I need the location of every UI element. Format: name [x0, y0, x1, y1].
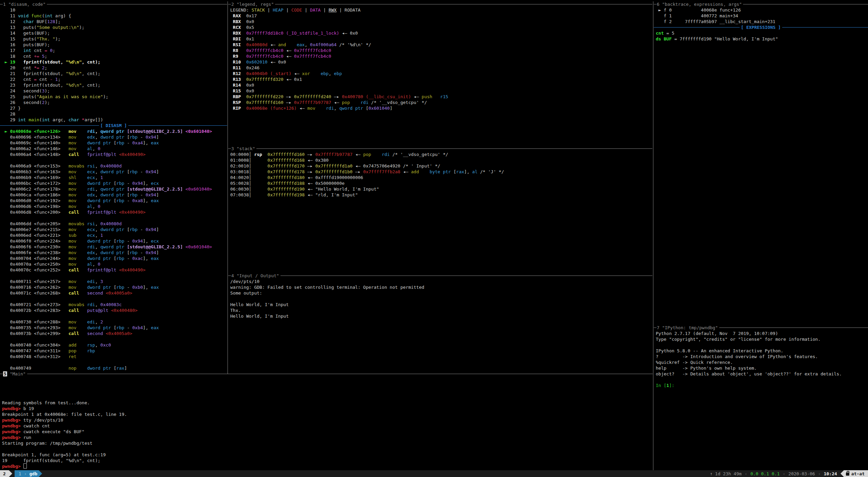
terminal-line: 27 }	[2, 105, 227, 111]
terminal-line: ds BUF = 7fffffffd190 "Hello World, I'm …	[656, 36, 868, 42]
terminal-line: Starting program: /tmp/pwndbg/test	[2, 440, 653, 446]
terminal-line: 0x40070a <func+250> mov al, 0	[2, 261, 227, 267]
pane-title-label: 3 "stack"	[231, 146, 256, 152]
terminal-line: pwndbg>	[2, 463, 653, 469]
chevron-right-icon: ›	[24, 471, 27, 477]
terminal-line: 0x400747 <func+311> pop rbp	[2, 348, 227, 354]
terminal-line: /dev/pts/10	[230, 279, 652, 284]
terminal-line: 12 char BUF[128];	[2, 19, 227, 24]
terminal-line: 0x4006b3 <func+163> mov ecx, dword ptr […	[2, 169, 227, 175]
terminal-line: RAX 0x17	[230, 13, 652, 19]
terminal-line: R14 0x0	[230, 82, 652, 88]
pane-border-vertical-2[interactable]	[653, 1, 653, 470]
terminal-line: RDI 0x1	[230, 36, 652, 42]
terminal-line: 0x4006d6 <func+198> mov al, 0	[2, 204, 227, 209]
terminal-line: 0x400711 <func+257> mov edi, 3	[2, 279, 227, 284]
terminal-line: 0x40072b <func+283> call puts@plt <0x400…	[2, 307, 227, 313]
terminal-line: 0x4006b9 <func+169> shl ecx, 1	[2, 175, 227, 180]
lock-icon	[846, 473, 849, 476]
terminal-screen: 1 "disasm, code" 10 11 void func(int arg…	[0, 0, 868, 477]
terminal-line: 0x4006bc <func+172> mov dword ptr [rbp -…	[2, 180, 227, 186]
terminal-line: 21 fprintf(stdout, "%d\n", cnt);	[2, 71, 227, 76]
terminal-line: 01:0008│ 0x7fffffffd168 ◂— 0x380	[230, 157, 652, 163]
terminal-line: 0x4006a2 <func+146> mov al, 0	[2, 146, 227, 152]
terminal-line: 0x4006a4 <func+148> call fprintf@plt <0x…	[2, 152, 227, 157]
terminal-line: Type "copyright", "credits" or "license"…	[656, 336, 868, 342]
terminal-line: RSP 0x7fffffffd160 —▸ 0x7ffff7b97787 ◂— …	[230, 100, 652, 105]
terminal-line: RBP 0x7fffffffd220 —▸ 0x7fffffffd240 —▸ …	[230, 94, 652, 100]
terminal-line: f 1 400772 main+34	[656, 13, 868, 19]
terminal-line: 04:0020│ 0x7fffffffd180 ◂— 0xffffd190000…	[230, 175, 652, 180]
terminal-line: pwndbg> cwatch cnt	[2, 423, 653, 429]
terminal-line: Hello World, I'm Input	[230, 302, 652, 307]
terminal-line: 10	[2, 7, 227, 13]
uptime-arrow-icon: ↑	[710, 471, 713, 477]
chevron-left-icon: ‹	[783, 471, 785, 477]
pane-title-input-output: 4 "Input / Output"	[228, 273, 652, 279]
clock-value: 10:24	[824, 471, 837, 477]
terminal-line: 15 puts("Thx. ");	[2, 36, 227, 42]
section-divider: [ DISASM ]	[0, 123, 227, 128]
pane-title-legend-regs: 2 "legend, regs"	[228, 1, 652, 7]
pane-title-label: 1 "disasm, code"	[3, 1, 47, 7]
terminal-line: In [1]:	[656, 383, 868, 388]
terminal-line: 28	[2, 111, 227, 117]
session-number: 2	[3, 471, 6, 477]
terminal-line: 0x4006ed <func+221> sub ecx, 1	[2, 232, 227, 238]
terminal-line: 03:0018│ 0x7fffffffd178 —▸ 0x7fffffffd1b…	[230, 169, 652, 175]
terminal-line: 16 puts(BUF);	[2, 42, 227, 48]
terminal-line: 0x400704 <func+244> mov dword ptr [rbp -…	[2, 255, 227, 261]
terminal-line: R8 0x7ffff7fcb4c0 ◂— 0x7ffff7fcb4c0	[230, 48, 652, 53]
terminal-line: 0x4006c2 <func+178> mov rdi, qword ptr […	[2, 186, 227, 192]
terminal-line: 17 int cnt = 0;	[2, 48, 227, 53]
terminal-line: f 2 7ffff7a05b97 __libc_start_main+231	[656, 19, 868, 24]
pane-title-label: 6 "backtrace, expressions, args"	[656, 1, 743, 7]
terminal-line: help -> Python's own help system.	[656, 365, 868, 371]
terminal-line: 0x400721 <func+273> movabs rdi, 0x40083c	[2, 302, 227, 307]
terminal-line: R9 0x7ffff7fcb4c0 ◂— 0x7ffff7fcb4c0	[230, 53, 652, 59]
pane-border-line	[228, 276, 652, 276]
terminal-line: 07:0038│ 0x7fffffffd198 ◂— "rld, I'm Inp…	[230, 192, 652, 198]
terminal-line: 23 fprintf(stdout, "%d\n", cnt);	[2, 82, 227, 88]
tmux-window-item-gdb[interactable]: 1 › gdb	[15, 470, 39, 477]
terminal-line: 26 second(2);	[2, 100, 227, 105]
terminal-line: cnt = 5	[656, 30, 868, 36]
terminal-line: 0x4006f6 <func+230> mov rdi, qword ptr […	[2, 244, 227, 250]
terminal-line: R11 0x246	[230, 65, 652, 71]
terminal-line: Breakpoint 1, func (arg=5) at test.c:19	[2, 452, 653, 458]
terminal-line: Reading symbols from test...done.	[2, 400, 653, 406]
terminal-line: Breakpoint 1 at 0x40068e: file test.c, l…	[2, 411, 653, 417]
terminal-line: ► 0x40068e <func+126> mov rdi, qword ptr…	[2, 128, 227, 134]
uptime-value: 1d 23h 49m	[715, 471, 742, 477]
terminal-line: 0x40069c <func+140> mov dword ptr [rbp -…	[2, 140, 227, 146]
terminal-line: R13 0x7fffffffd320 ◂— 0x1	[230, 76, 652, 82]
terminal-line: 22 cnt = cnt - 1;	[2, 76, 227, 82]
terminal-line: Python 2.7.17 (default, Nov 7 2019, 10:0…	[656, 331, 868, 336]
terminal-line: 0x400716 <func+262> mov dword ptr [rbp -…	[2, 284, 227, 290]
terminal-line: Some output:	[230, 290, 652, 296]
pane-border-vertical-1[interactable]	[228, 1, 228, 374]
terminal-line: 0x40073b <func+299> call second <0x4005a…	[2, 331, 227, 336]
terminal-line: R15 0x0	[230, 88, 652, 94]
terminal-line: R12 0x4004b0 (_start) ◂— xor ebp, ebp	[230, 71, 652, 76]
terminal-line: 0x40071c <func+268> call second <0x4005a…	[2, 290, 227, 296]
tmux-session-badge[interactable]: 2	[0, 470, 9, 477]
terminal-line: 0x4006a9 <func+153> movabs rsi, 0x40080d	[2, 163, 227, 169]
pane-title-disasm-code: 1 "disasm, code"	[0, 1, 227, 7]
terminal-line: 0x400696 <func+134> mov edx, dword ptr […	[2, 134, 227, 140]
terminal-line: 24 second(3);	[2, 88, 227, 94]
status-bar-left: 2 1 › gdb	[0, 470, 42, 477]
text-cursor	[23, 463, 27, 469]
terminal-line: 00:0000│ rsp 0x7fffffffd160 —▸ 0x7ffff7b…	[230, 152, 652, 157]
terminal-line: 25 puts("Again as it was so nice");	[2, 94, 227, 100]
terminal-line: pwndbg> tty /dev/pts/10	[2, 417, 653, 423]
terminal-line: 13 puts("Some output:\n");	[2, 24, 227, 30]
pane-title-label: 4 "Input / Output"	[231, 273, 281, 279]
date-value: 2020-03-06	[789, 471, 815, 477]
terminal-line: pwndbg> b 19	[2, 406, 653, 411]
terminal-line: 29 int main(int argc, char *argv[])	[2, 117, 227, 123]
window-index: 1	[19, 471, 21, 477]
terminal-line: ► f 0 40068e func+126	[656, 7, 868, 13]
load-average: 0.0 0.1 0.1	[751, 471, 780, 477]
hostname-badge: at-at	[844, 470, 868, 477]
